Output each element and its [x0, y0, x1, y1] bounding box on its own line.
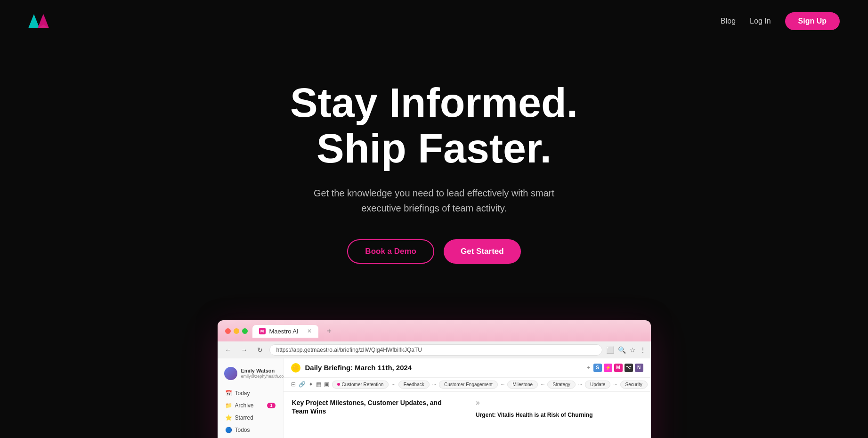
hero-section: Stay Informed. Ship Faster. Get the know… [0, 42, 868, 320]
filter-icon[interactable]: ⊟ [291, 381, 296, 388]
filter-dots-6: ··· [613, 382, 617, 387]
more-icon[interactable]: ⋮ [640, 346, 646, 354]
card-1-title: Key Project Milestones, Customer Updates… [292, 398, 459, 415]
card-2-title: Urgent: Vitalis Health is at Risk of Chu… [476, 412, 642, 418]
today-icon: 📅 [225, 390, 232, 397]
get-started-button[interactable]: Get Started [444, 239, 521, 264]
signup-button[interactable]: Sign Up [785, 12, 840, 30]
browser-mockup: M Maestro AI ✕ + ← → ↻ https://app.getma… [0, 320, 868, 438]
address-bar[interactable]: https://app.getmaestro.ai/briefing/zIlWQ… [269, 344, 602, 356]
sidebar-todos-label: Todos [235, 427, 250, 433]
grid-icon[interactable]: ▦ [316, 381, 321, 388]
maestro-icon: M [614, 364, 623, 372]
link-icon[interactable]: 🔗 [299, 381, 306, 388]
browser-titlebar: M Maestro AI ✕ + [225, 325, 643, 338]
filter-dots-5: ··· [578, 382, 582, 387]
filter-engagement-label: Customer Engagement [444, 382, 493, 387]
archive-badge: 1 [267, 403, 275, 408]
back-button[interactable]: ← [222, 345, 235, 355]
cast-icon[interactable]: ⬜ [606, 346, 614, 354]
browser-chrome: M Maestro AI ✕ + [218, 320, 651, 341]
filter-dots-2: ··· [432, 382, 436, 387]
sidebar-starred-label: Starred [235, 414, 253, 421]
sidebar-item-starred[interactable]: ⭐ Starred [222, 412, 278, 423]
app-main: ☀️ Daily Briefing: March 11th, 2024 + S … [284, 358, 651, 438]
starred-icon: ⭐ [225, 414, 232, 421]
refresh-button[interactable]: ↻ [254, 345, 266, 355]
hero-title-line2: Ship Faster. [316, 125, 552, 171]
user-name: Emily Watson [241, 367, 284, 374]
sidebar-item-archive[interactable]: 📁 Archive 1 [222, 400, 278, 411]
card-1[interactable]: Key Project Milestones, Customer Updates… [284, 392, 468, 438]
hero-title: Stay Informed. Ship Faster. [9, 80, 859, 171]
star-filter-icon[interactable]: ✦ [308, 381, 313, 388]
forward-button[interactable]: → [238, 345, 251, 355]
notion-icon: N [635, 364, 643, 372]
filter-milestone[interactable]: Milestone [507, 381, 538, 389]
filter-dots-1: ··· [391, 382, 395, 387]
new-tab-button[interactable]: + [323, 326, 336, 336]
tab-favicon: M [259, 328, 266, 334]
filter-tags: ⊟ 🔗 ✦ ▦ ▣ Customer Retention ··· Feedbac… [284, 378, 651, 392]
tab-close-icon[interactable]: ✕ [307, 328, 312, 334]
sidebar-today-label: Today [235, 390, 250, 397]
filter-feedback-label: Feedback [404, 382, 424, 387]
tab-label: Maestro AI [269, 328, 299, 335]
navbar: Blog Log In Sign Up [0, 0, 868, 42]
todos-icon: 🔵 [225, 427, 232, 433]
fullscreen-traffic-light[interactable] [242, 328, 248, 334]
hero-buttons: Book a Demo Get Started [9, 239, 859, 264]
browser-tab[interactable]: M Maestro AI ✕ [252, 325, 318, 338]
integrations-row: S ⚡ M ⌥ N [593, 364, 643, 372]
browser-window: M Maestro AI ✕ + ← → ↻ https://app.getma… [218, 320, 651, 438]
hero-title-line1: Stay Informed. [290, 79, 578, 126]
header-actions: + S ⚡ M ⌥ N [587, 364, 643, 372]
traffic-lights [225, 328, 248, 334]
hero-subtitle: Get the knowledge you need to lead effec… [312, 186, 557, 216]
box-icon[interactable]: ▣ [324, 381, 329, 388]
url-text: https://app.getmaestro.ai/briefing/zIlWQ… [276, 347, 422, 353]
user-info: Emily Watson emily@zephyhealth.co [241, 367, 284, 380]
retention-dot [337, 383, 340, 386]
github-icon: ⌥ [625, 364, 633, 372]
briefing-title: Daily Briefing: March 11th, 2024 [305, 364, 412, 372]
filter-customer-engagement[interactable]: Customer Engagement [439, 381, 498, 389]
filter-retention-label: Customer Retention [342, 382, 384, 387]
sidebar-archive-label: Archive [235, 402, 254, 409]
minimize-traffic-light[interactable] [234, 328, 239, 334]
sidebar-item-todos[interactable]: 🔵 Todos [222, 424, 278, 436]
filter-security[interactable]: Security [620, 381, 648, 389]
blog-link[interactable]: Blog [721, 17, 736, 25]
filter-dots-4: ··· [541, 382, 544, 387]
close-traffic-light[interactable] [225, 328, 231, 334]
briefing-icon: ☀️ [291, 363, 300, 373]
add-icon[interactable]: + [587, 364, 591, 371]
sidebar-item-today[interactable]: 📅 Today [222, 388, 278, 399]
sidebar-nav: 📅 Today 📁 Archive 1 ⭐ Starred 🔵 Tod [222, 388, 278, 436]
card-2[interactable]: » Urgent: Vitalis Health is at Risk of C… [467, 392, 651, 438]
filter-milestone-label: Milestone [512, 382, 533, 387]
toolbar-actions: ⬜ 🔍 ☆ ⋮ [606, 346, 646, 354]
filter-customer-retention[interactable]: Customer Retention [332, 381, 389, 389]
logo[interactable] [28, 9, 57, 33]
star-icon[interactable]: ☆ [630, 346, 636, 354]
filter-update[interactable]: Update [585, 381, 610, 389]
filter-strategy-label: Strategy [552, 382, 570, 387]
archive-icon: 📁 [225, 402, 232, 409]
slack-icon: S [593, 364, 602, 372]
login-button[interactable]: Log In [750, 17, 771, 25]
avatar [224, 367, 237, 380]
cards-area: Key Project Milestones, Customer Updates… [284, 392, 651, 438]
filter-feedback[interactable]: Feedback [398, 381, 430, 389]
app-sidebar: Emily Watson emily@zephyhealth.co 📅 Toda… [218, 358, 284, 438]
user-email: emily@zephyhealth.co [241, 374, 284, 380]
svg-marker-0 [28, 14, 40, 28]
filter-strategy[interactable]: Strategy [547, 381, 575, 389]
book-demo-button[interactable]: Book a Demo [347, 239, 434, 264]
filter-update-label: Update [590, 382, 605, 387]
nav-links: Blog Log In Sign Up [721, 12, 840, 30]
app-content: Emily Watson emily@zephyhealth.co 📅 Toda… [218, 358, 651, 438]
browser-toolbar: ← → ↻ https://app.getmaestro.ai/briefing… [218, 341, 651, 358]
search-icon[interactable]: 🔍 [618, 346, 626, 354]
zap-icon: ⚡ [604, 364, 612, 372]
